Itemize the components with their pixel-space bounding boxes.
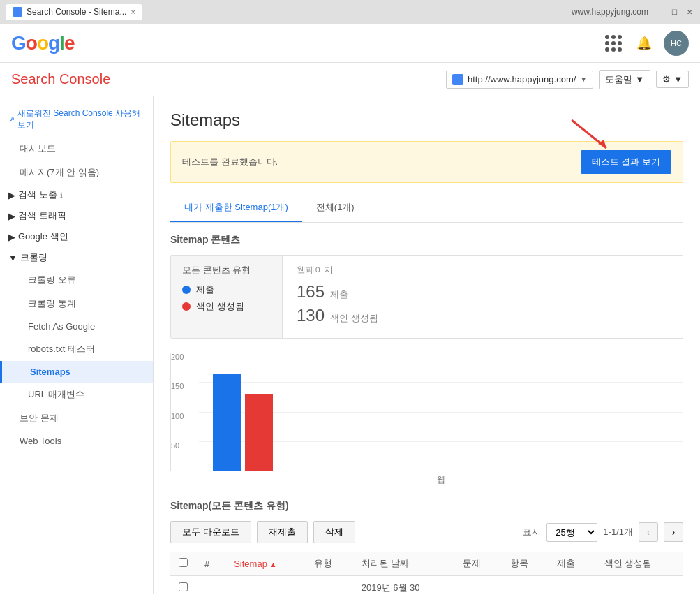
address-display: www.happyjung.com <box>572 7 648 17</box>
sort-arrow-icon: ▲ <box>270 561 277 568</box>
sitemap-section-label: Sitemap(모든 콘텐츠 유형) <box>170 500 683 513</box>
app-bar: Search Console http://www.happyjung.com/… <box>0 63 700 96</box>
restore-btn[interactable]: ☐ <box>669 7 679 17</box>
tab-all-sitemaps[interactable]: 전체(1개) <box>302 194 368 222</box>
collapse-arrow-traffic: ▶ <box>8 211 15 221</box>
logo-l: l <box>59 32 64 54</box>
sidebar-item-crawl-errors[interactable]: 크롤링 오류 <box>0 268 153 292</box>
td-submitted <box>549 576 596 595</box>
td-checkbox <box>170 576 196 595</box>
bars-area <box>199 353 683 471</box>
collapse-arrow-crawling: ▼ <box>8 253 17 263</box>
sidebar-section-search-traffic[interactable]: ▶ 검색 트래픽 <box>0 205 153 226</box>
help-label: 도움말 <box>605 73 632 86</box>
sidebar-item-crawl-stats[interactable]: 크롤링 통계 <box>0 292 153 316</box>
site-selector[interactable]: http://www.happyjung.com/ ▼ <box>446 71 593 89</box>
sitemaps-label: Sitemaps <box>30 367 70 377</box>
app-bar-right: http://www.happyjung.com/ ▼ 도움말 ▼ ⚙ ▼ <box>446 70 689 89</box>
search-traffic-label: 검색 트래픽 <box>18 209 66 222</box>
logo-o1: o <box>26 32 37 54</box>
sidebar-item-sitemaps[interactable]: Sitemaps <box>0 361 153 383</box>
sidebar: ↗ 새로워진 Search Console 사용해 보기 대시보드 메시지(7개… <box>0 96 154 594</box>
url-params-label: URL 매개변수 <box>28 388 84 401</box>
content-types-right: 웹페이지 165 제출 130 색인 생성됨 <box>283 256 683 338</box>
collapse-arrow-exposure: ▶ <box>8 190 15 200</box>
notification-text: 테스트를 완료했습니다. <box>182 156 278 168</box>
tabs-container: 내가 제출한 Sitemap(1개) 전체(1개) <box>170 194 683 223</box>
dashboard-label: 대시보드 <box>20 142 56 155</box>
select-all-checkbox[interactable] <box>179 558 188 567</box>
user-avatar[interactable]: HC <box>664 31 689 56</box>
data-table: # Sitemap ▲ 유형 처리된 날짜 문제 항목 제출 색인 생성됨 <box>170 552 683 594</box>
display-label: 표시 <box>523 526 541 538</box>
sidebar-section-crawling[interactable]: ▼ 크롤링 <box>0 247 153 268</box>
th-type: 유형 <box>306 552 353 576</box>
crawl-stats-label: 크롤링 통계 <box>28 297 76 310</box>
browser-titlebar: Search Console - Sitema... × www.happyju… <box>0 0 700 24</box>
chart-x-label: 웹 <box>170 474 683 486</box>
next-page-button[interactable]: › <box>664 522 683 542</box>
sidebar-item-robots-tester[interactable]: robots.txt 테스터 <box>0 337 153 361</box>
table-row: 2019년 6월 30 <box>170 576 683 595</box>
per-page-select[interactable]: 25행 50행 100행 <box>546 523 597 542</box>
settings-button[interactable]: ⚙ ▼ <box>656 71 689 88</box>
resubmit-button[interactable]: 재제출 <box>257 521 308 543</box>
tab-title: Search Console - Sitema... <box>27 7 126 17</box>
google-header: Google 🔔 HC <box>0 24 700 63</box>
content-types-table: 모든 콘텐츠 유형 제출 색인 생성됨 웹페이지 165 제출 130 <box>170 255 683 339</box>
table-header-row: # Sitemap ▲ 유형 처리된 날짜 문제 항목 제출 색인 생성됨 <box>170 552 683 576</box>
td-type <box>306 576 353 595</box>
td-items <box>502 576 549 595</box>
browser-tab[interactable]: Search Console - Sitema... × <box>6 4 142 20</box>
notification-bar: 테스트를 완료했습니다. 테스트 결과 보기 <box>170 141 683 183</box>
sidebar-item-messages[interactable]: 메시지(7개 안 읽음) <box>0 161 153 184</box>
help-button[interactable]: 도움말 ▼ <box>599 70 650 89</box>
download-all-button[interactable]: 모두 다운로드 <box>170 521 251 543</box>
th-date: 처리된 날짜 <box>353 552 455 576</box>
row-checkbox[interactable] <box>179 582 188 591</box>
y-label-200: 200 <box>171 353 184 361</box>
th-checkbox <box>170 552 196 576</box>
close-btn[interactable]: ✕ <box>685 7 694 17</box>
sidebar-item-new-console[interactable]: ↗ 새로워진 Search Console 사용해 보기 <box>0 102 153 137</box>
sidebar-item-dashboard[interactable]: 대시보드 <box>0 137 153 161</box>
stat-row-submitted: 165 제출 <box>297 282 669 302</box>
sidebar-item-url-params[interactable]: URL 매개변수 <box>0 383 153 406</box>
th-indexed: 색인 생성됨 <box>596 552 683 576</box>
td-sitemap <box>225 576 306 595</box>
messages-label: 메시지(7개 안 읽음) <box>20 166 99 179</box>
search-exposure-label: 검색 노출 <box>18 189 57 201</box>
notifications-icon[interactable]: 🔔 <box>633 32 655 54</box>
fetch-as-google-label: Fetch As Google <box>28 321 95 332</box>
delete-button[interactable]: 삭제 <box>313 521 355 543</box>
page-title: Sitemaps <box>170 110 683 130</box>
tab-my-sitemaps[interactable]: 내가 제출한 Sitemap(1개) <box>170 194 302 222</box>
sidebar-item-security[interactable]: 보안 문제 <box>0 406 153 430</box>
page-info: 1-1/1개 <box>603 526 633 538</box>
submitted-label: 제출 <box>330 288 348 301</box>
content-type-title: 모든 콘텐츠 유형 <box>182 264 271 277</box>
td-indexed <box>596 576 683 595</box>
legend-indexed-label: 색인 생성됨 <box>196 300 244 313</box>
tab-favicon <box>13 7 22 17</box>
minimize-btn[interactable]: — <box>654 7 664 17</box>
th-issue: 문제 <box>454 552 502 576</box>
gear-dropdown-arrow: ▼ <box>673 74 683 84</box>
bar-blue <box>213 374 241 471</box>
y-label-100: 100 <box>171 412 184 420</box>
sidebar-section-google-index[interactable]: ▶ Google 색인 <box>0 226 153 247</box>
th-num: # <box>196 552 225 576</box>
sidebar-section-search-exposure[interactable]: ▶ 검색 노출 ℹ <box>0 184 153 205</box>
webpage-header: 웹페이지 <box>297 264 669 277</box>
th-sitemap[interactable]: Sitemap ▲ <box>225 552 306 576</box>
prev-page-button[interactable]: ‹ <box>639 522 658 542</box>
tab-close-btn[interactable]: × <box>131 8 135 16</box>
chart-y-labels: 200 150 100 50 <box>171 353 186 471</box>
sidebar-item-web-tools[interactable]: Web Tools <box>0 430 153 452</box>
help-dropdown-arrow: ▼ <box>635 74 644 84</box>
chart-area: 200 150 100 50 <box>170 353 683 471</box>
apps-icon[interactable] <box>602 32 625 54</box>
test-result-button[interactable]: 테스트 결과 보기 <box>581 150 671 174</box>
pagination-right: 표시 25행 50행 100행 1-1/1개 ‹ › <box>523 522 683 542</box>
sidebar-item-fetch-as-google[interactable]: Fetch As Google <box>0 316 153 337</box>
